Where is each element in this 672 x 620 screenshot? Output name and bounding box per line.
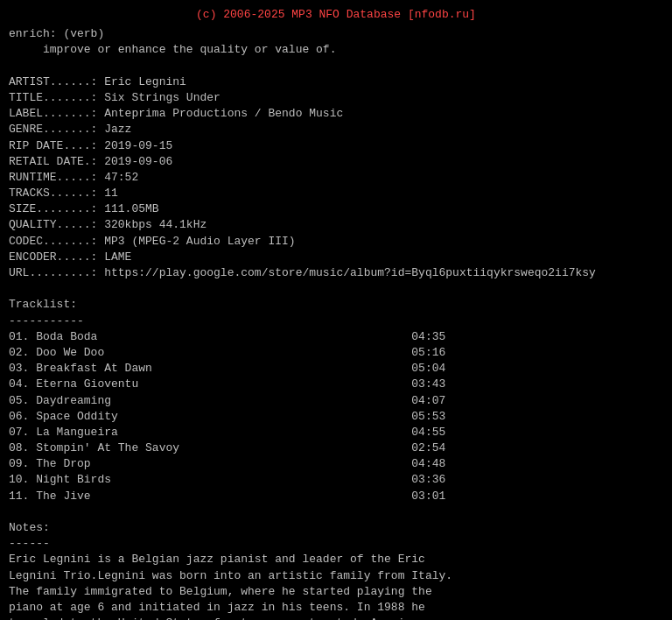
main-content: enrich: (verb) improve or enhance the qu… xyxy=(9,26,663,620)
copyright-line: (c) 2006-2025 MP3 NFO Database [nfodb.ru… xyxy=(9,7,663,23)
